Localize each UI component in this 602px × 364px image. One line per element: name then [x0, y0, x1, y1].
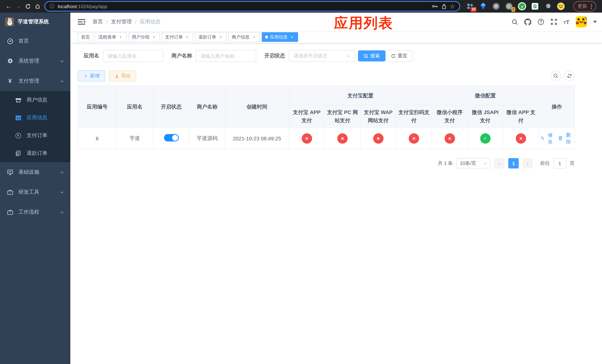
sidebar-collapse-icon[interactable] — [75, 19, 88, 25]
extension-notes-icon[interactable] — [531, 2, 539, 10]
alipay-pc-status-icon — [337, 133, 348, 143]
breadcrumb-separator: / — [135, 19, 137, 25]
document-copy-icon — [15, 150, 22, 156]
sidebar-item-infra[interactable]: 基础设施 — [0, 162, 70, 182]
close-icon[interactable]: × — [290, 34, 295, 40]
page-title-annotation: 应用列表 — [334, 14, 393, 32]
chevron-down-icon — [484, 162, 487, 165]
toggle-search-button[interactable] — [550, 71, 561, 81]
breadcrumb-payment[interactable]: 支付管理 — [111, 19, 132, 25]
extension-command-icon[interactable]: ⌘ — [492, 2, 500, 10]
chevron-down-icon — [347, 54, 350, 58]
extensions-area: 10 ⌘ 1 — [464, 1, 598, 11]
wx-app-status-icon — [516, 133, 526, 143]
add-button[interactable]: ＋ 新增 — [78, 70, 105, 81]
col-header-alipay-qr: 支付宝扫码支付 — [396, 105, 432, 128]
breadcrumb-home[interactable]: 首页 — [93, 19, 103, 25]
cell-status — [153, 128, 189, 149]
col-header-wx-mini: 微信小程序支付 — [432, 105, 467, 128]
prev-page-button[interactable]: ‹ — [494, 158, 505, 169]
tag-user-group[interactable]: 用户分组× — [129, 32, 160, 42]
payment-submenu: 商户信息 应用信息 ¥ 支付订单 — [0, 91, 70, 162]
goto-label: 前往 — [540, 160, 550, 167]
sidebar-item-system[interactable]: 系统管理 — [0, 51, 70, 71]
status-label: 开启状态 — [264, 53, 285, 59]
status-select[interactable]: 请选择开启状态 — [289, 50, 354, 62]
cell-id: 6 — [78, 128, 117, 149]
extension-badge: 10 — [471, 7, 476, 12]
goto-page-input[interactable] — [553, 158, 566, 169]
chevron-down-icon — [60, 209, 64, 215]
home-icon[interactable] — [32, 1, 42, 11]
header-search-icon[interactable] — [512, 19, 518, 25]
search-button[interactable]: 搜索 — [358, 50, 386, 62]
export-button[interactable]: 导出 — [109, 70, 136, 81]
tag-merchant-info[interactable]: 商户信息× — [228, 32, 260, 42]
tag-pay-order[interactable]: 支付订单× — [162, 32, 193, 42]
extensions-puzzle-icon[interactable] — [544, 2, 552, 10]
profile-emoji-avatar[interactable] — [557, 2, 565, 10]
merchant-name-input[interactable] — [196, 50, 256, 62]
alipay-wap-status-icon — [373, 133, 383, 143]
sidebar-item-payment[interactable]: ¥ 支付管理 — [0, 71, 70, 91]
browser-menu-icon[interactable] — [591, 4, 592, 9]
gear-icon — [7, 58, 13, 64]
tag-home[interactable]: 首页 — [78, 32, 93, 42]
edit-link[interactable]: ✎修改 — [540, 132, 555, 145]
app-name-input[interactable] — [103, 50, 163, 62]
extension-camera-icon[interactable]: 1 — [505, 2, 513, 10]
font-size-icon[interactable]: TT — [563, 19, 570, 25]
briefcase-icon — [7, 189, 13, 195]
close-icon[interactable]: × — [118, 34, 123, 40]
close-icon[interactable]: × — [185, 34, 190, 40]
tag-process-form[interactable]: 流程表单× — [95, 32, 127, 42]
next-page-button[interactable]: › — [522, 158, 533, 169]
extension-y-icon[interactable]: y — [518, 2, 526, 10]
reload-icon[interactable] — [23, 1, 32, 11]
delete-link[interactable]: 删除 — [559, 132, 573, 145]
page-1-button[interactable]: 1 — [508, 158, 519, 169]
address-bar[interactable]: ⓘ localhost:1024/pay/app ☆ — [44, 1, 460, 11]
user-avatar[interactable] — [576, 16, 587, 27]
page-size-select[interactable]: 10条/页 — [456, 158, 491, 169]
bookmark-star-icon[interactable]: ☆ — [450, 3, 455, 10]
tag-app-info[interactable]: 应用信息× — [262, 32, 298, 42]
total-count: 共 1 条 — [438, 160, 453, 167]
sidebar-item-refund-order[interactable]: 退款订单 — [0, 144, 70, 162]
reset-button[interactable]: 重置 — [386, 50, 413, 62]
close-icon[interactable]: × — [218, 34, 223, 40]
sidebar-item-home[interactable]: 首页 — [0, 31, 70, 51]
svg-text:y: y — [521, 4, 523, 9]
github-icon[interactable] — [524, 18, 531, 25]
sidebar-logo[interactable]: 芋道管理系统 — [0, 13, 70, 31]
sidebar-item-merchant-info[interactable]: 商户信息 — [0, 91, 70, 109]
password-key-icon[interactable] — [432, 4, 438, 9]
sidebar-item-dev-tools[interactable]: 研发工具 — [0, 182, 70, 202]
refresh-icon — [391, 54, 396, 58]
browser-update-button[interactable]: 更新 — [573, 1, 596, 11]
group-header-wechat: 微信配置 — [432, 86, 539, 105]
col-header-alipay-wap: 支付宝 WAP 网站支付 — [360, 105, 396, 128]
url-text[interactable]: localhost:1024/pay/app — [58, 3, 429, 9]
forward-icon[interactable]: → — [13, 1, 23, 11]
yen-circle-icon: ¥ — [15, 133, 22, 138]
sidebar-item-workflow[interactable]: 工作流程 — [0, 202, 70, 222]
extension-badge: 1 — [511, 7, 515, 12]
avatar-caret-icon[interactable] — [593, 21, 597, 23]
extension-kite-icon[interactable] — [479, 2, 487, 10]
status-toggle[interactable] — [164, 134, 179, 141]
back-icon[interactable]: ← — [4, 1, 13, 11]
table-grid-icon — [15, 115, 22, 121]
share-icon[interactable] — [441, 3, 446, 9]
help-icon[interactable] — [538, 19, 544, 25]
sidebar-item-pay-order[interactable]: ¥ 支付订单 — [0, 127, 70, 144]
fullscreen-icon[interactable] — [550, 19, 557, 25]
cell-merchant: 芋道源码 — [189, 128, 225, 149]
close-icon[interactable]: × — [151, 34, 157, 40]
close-icon[interactable]: × — [251, 34, 257, 40]
refresh-table-button[interactable] — [564, 71, 575, 81]
site-info-icon[interactable]: ⓘ — [50, 3, 54, 10]
extension-blocks-icon[interactable]: 10 — [466, 2, 474, 10]
sidebar-item-app-info[interactable]: 应用信息 — [0, 109, 70, 127]
tag-refund-order[interactable]: 退款订单× — [195, 32, 226, 42]
